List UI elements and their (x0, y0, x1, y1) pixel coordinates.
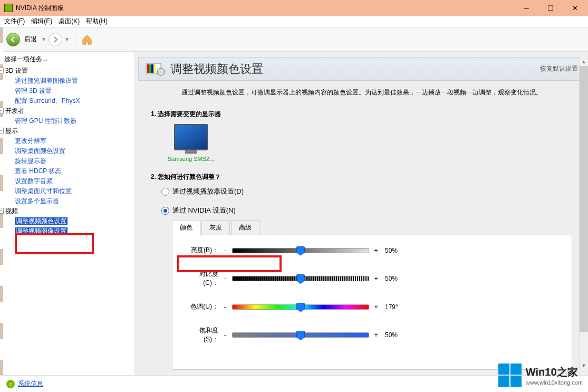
monitor-icon (174, 124, 208, 150)
tab-color[interactable]: 颜色 (172, 220, 200, 235)
svg-rect-1 (147, 64, 149, 73)
collapse-icon[interactable]: − (0, 128, 4, 133)
toolbar: 后退 ▼ ▼ (0, 27, 588, 52)
slider-thumb[interactable] (296, 246, 305, 256)
tree-link[interactable]: 更改分辨率 (15, 137, 46, 145)
plus-icon: + (372, 247, 380, 254)
slider-thumb[interactable] (296, 274, 305, 284)
collapse-icon[interactable]: − (0, 208, 4, 214)
menu-help[interactable]: 帮助(H) (86, 17, 108, 26)
scroll-thumb[interactable] (580, 66, 588, 332)
minus-icon: - (221, 275, 229, 282)
slider-label: 对比度(C)： (186, 270, 221, 288)
menu-desktop[interactable]: 桌面(K) (59, 17, 80, 26)
svg-point-5 (157, 68, 165, 75)
window-title: NVIDIA 控制面板 (16, 4, 514, 13)
section-2-title: 2. 您如何进行颜色调整？ (151, 173, 572, 181)
collapse-icon[interactable]: − (0, 68, 4, 73)
scroll-up-icon[interactable]: ▲ (580, 57, 588, 66)
slider-row: 色调(U)：-+179° (186, 302, 558, 311)
tree-link[interactable]: 配置 Surround、PhysX (15, 97, 80, 104)
tab-advanced[interactable]: 高级 (231, 220, 259, 235)
back-button[interactable] (6, 33, 20, 46)
minus-icon: - (221, 247, 229, 254)
system-info-link[interactable]: 系统信息 (18, 379, 43, 388)
task-label: 选择一项任务... (4, 55, 130, 64)
close-button[interactable]: ✕ (563, 0, 587, 16)
slider-label: 亮度(B)： (186, 246, 221, 255)
radio-icon (161, 207, 169, 215)
main-panel: 调整视频颜色设置 恢复默认设置 通过调整视频颜色设置，可微调显示器上的视频内容的… (134, 52, 588, 375)
tree-cat-video: 视频 (5, 207, 18, 215)
slider-value: 179° (380, 303, 406, 311)
tree-link[interactable]: 调整桌面颜色设置 (15, 147, 65, 155)
watermark: Win10之家 www.win10xitong.com (498, 364, 583, 387)
radio-player-label: 通过视频播放器设置(D) (172, 187, 244, 196)
collapse-icon[interactable]: − (0, 108, 4, 113)
header-icon (145, 61, 165, 77)
menubar: 文件(F) 编辑(E) 桌面(K) 帮助(H) (0, 16, 588, 27)
tree-link[interactable]: 设置多个显示器 (15, 197, 59, 205)
radio-nvidia-label: 通过 NVIDIA 设置(N) (172, 206, 236, 215)
plus-icon: + (372, 303, 380, 311)
slider-track[interactable] (232, 304, 369, 310)
tab-gamma[interactable]: 灰度 (201, 220, 230, 235)
section-1-title: 1. 选择需要变更的显示器 (151, 110, 572, 119)
slider-thumb[interactable] (296, 331, 305, 340)
watermark-title: Win10之家 (526, 365, 583, 379)
sliders-panel: 亮度(B)：-+50%对比度(C)：-+50%色调(U)：-+179°饱和度(S… (172, 235, 572, 370)
slider-label: 色调(U)： (186, 302, 221, 311)
tree-link[interactable]: 调整桌面尺寸和位置 (15, 187, 72, 195)
tree-link[interactable]: 调整视频图像设置 (15, 227, 68, 235)
menu-file[interactable]: 文件(F) (4, 17, 25, 26)
svg-rect-4 (153, 64, 156, 73)
slider-track[interactable] (232, 332, 369, 338)
svg-rect-3 (151, 64, 153, 73)
tree-link-selected[interactable]: 调整视频颜色设置 (15, 217, 68, 225)
slider-track[interactable] (232, 276, 369, 281)
tree-link[interactable]: 设置数字音频 (15, 177, 53, 185)
sidebar: 选择一项任务... −3D 设置 通过预览调整图像设置 管理 3D 设置 配置 … (0, 52, 134, 375)
svg-rect-2 (149, 64, 151, 73)
tree-link[interactable]: 管理 GPU 性能计数器 (15, 117, 76, 125)
slider-track[interactable] (232, 248, 369, 253)
tree-link[interactable]: 旋转显示器 (15, 157, 46, 165)
minus-icon: - (221, 303, 229, 311)
slider-row: 饱和度(S)：-+50% (186, 326, 558, 344)
tree-link[interactable]: 通过预览调整图像设置 (15, 77, 78, 84)
minus-icon: - (221, 331, 229, 339)
page-header: 调整视频颜色设置 恢复默认设置 (138, 57, 585, 81)
plus-icon: + (372, 275, 380, 282)
maximize-button[interactable]: ☐ (538, 0, 563, 16)
radio-player[interactable]: 通过视频播放器设置(D) (161, 187, 572, 196)
tabs: 颜色 灰度 高级 (172, 219, 572, 235)
back-label: 后退 (24, 35, 37, 44)
menu-edit[interactable]: 编辑(E) (31, 17, 52, 26)
monitor-label: Samsung SMS2... (166, 156, 216, 162)
nav-tree: −3D 设置 通过预览调整图像设置 管理 3D 设置 配置 Surround、P… (4, 66, 130, 236)
home-icon[interactable] (81, 33, 93, 46)
tree-cat-3d: 3D 设置 (5, 67, 28, 74)
toolbar-divider (75, 32, 75, 47)
tree-link[interactable]: 查看 HDCP 状态 (15, 167, 61, 175)
tree-cat-display: 显示 (5, 127, 18, 135)
scrollbar[interactable]: ▲ ▼ (579, 57, 588, 370)
nvidia-icon (4, 4, 13, 12)
slider-value: 50% (380, 247, 406, 254)
tree-cat-dev: 开发者 (5, 107, 24, 114)
slider-thumb[interactable] (296, 303, 305, 312)
monitor-item[interactable]: Samsung SMS2... (166, 124, 216, 162)
plus-icon: + (372, 331, 380, 339)
windows-logo-icon (498, 364, 522, 387)
restore-defaults-link[interactable]: 恢复默认设置 (540, 64, 578, 73)
radio-icon (161, 188, 169, 196)
forward-chevron-icon[interactable]: ▼ (64, 36, 70, 42)
back-chevron-icon[interactable]: ▼ (41, 36, 46, 42)
forward-button[interactable] (49, 33, 62, 46)
minimize-button[interactable]: ─ (514, 0, 538, 16)
slider-value: 50% (380, 275, 406, 282)
radio-nvidia[interactable]: 通过 NVIDIA 设置(N) (161, 206, 572, 215)
tree-link[interactable]: 管理 3D 设置 (15, 87, 52, 94)
slider-row: 亮度(B)：-+50% (186, 246, 558, 255)
info-icon: ○ (6, 380, 15, 388)
